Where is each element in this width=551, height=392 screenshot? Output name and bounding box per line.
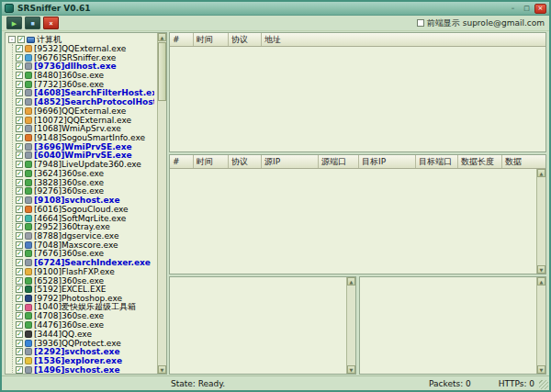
column-header[interactable]: 目标IP (359, 155, 416, 168)
process-checkbox[interactable]: ✓ (16, 179, 23, 186)
tree-item-process[interactable]: ✓ [1536]explorer.exe (16, 356, 154, 365)
process-checkbox[interactable]: ✓ (16, 277, 23, 285)
tree-item-process[interactable]: ✓ [7676]360se.exe (16, 250, 154, 259)
process-checkbox[interactable]: ✓ (16, 215, 23, 222)
tree-item-process[interactable]: ✓ [4664]SoftMgrLite.exe (16, 214, 154, 223)
process-checkbox[interactable]: ✓ (16, 81, 23, 88)
tree-item-process[interactable]: ✓ [2292]svchost.exe (16, 347, 154, 356)
process-checkbox[interactable]: ✓ (16, 45, 23, 52)
tree-root-computer[interactable]: - ✓ 计算机 (8, 35, 154, 44)
resize-grip[interactable] (539, 380, 548, 389)
tree-item-process[interactable]: ✓ [9736]dllhost.exe (16, 62, 154, 71)
column-header[interactable]: 时间 (194, 155, 229, 168)
column-header[interactable]: 地址 (262, 33, 545, 46)
maximize-button[interactable]: □ (521, 4, 533, 14)
process-checkbox[interactable]: ✓ (16, 170, 23, 177)
process-checkbox[interactable]: ✓ (16, 72, 23, 79)
tree-item-process[interactable]: ✓ [10072]QQExternal.exe (16, 116, 154, 125)
process-checkbox[interactable]: ✓ (16, 304, 23, 311)
process-checkbox[interactable]: ✓ (16, 134, 23, 141)
tree-item-process[interactable]: ✓ [7732]360se.exe (16, 80, 154, 89)
scroll-up-icon[interactable]: ▲ (158, 33, 166, 41)
process-checkbox[interactable]: ✓ (16, 206, 23, 213)
tree-item-process[interactable]: ✓ [3828]360se.exe (16, 178, 154, 187)
column-header[interactable]: # (170, 33, 194, 46)
process-checkbox[interactable]: ✓ (16, 348, 23, 355)
tree-item-process[interactable]: ✓ [5192]EXCEL.EXE (16, 285, 154, 294)
close-button[interactable]: × (534, 4, 546, 14)
tree-item-process[interactable]: ✓ [1040]爱快娱乐超级工具箱 (16, 303, 154, 312)
minimize-button[interactable]: – (507, 4, 519, 14)
tree-item-process[interactable]: ✓ [3696]WmiPrvSE.exe (16, 142, 154, 151)
tree-item-process[interactable]: ✓ [1496]svchost.exe (16, 365, 154, 375)
column-header[interactable]: 数据长度 (458, 155, 502, 168)
scroll-down-icon[interactable]: ▼ (537, 265, 545, 274)
column-header[interactable]: 数据 (502, 155, 545, 168)
process-checkbox[interactable]: ✓ (16, 62, 23, 70)
scroll-up-icon[interactable]: ▲ (537, 277, 545, 286)
process-checkbox[interactable]: ✓ (16, 295, 23, 302)
tree-item-process[interactable]: ✓ [9792]Photoshop.exe (16, 294, 154, 303)
tree-item-process[interactable]: ✓ [9696]QQExternal.exe (16, 106, 154, 116)
process-checkbox[interactable]: ✓ (16, 312, 23, 319)
tree-item-process[interactable]: ✓ [6016]SogouCloud.exe (16, 205, 154, 214)
tree-item-process[interactable]: ✓ [4708]360se.exe (16, 312, 154, 321)
column-header[interactable]: # (170, 155, 194, 168)
tree-item-process[interactable]: ✓ [3444]QQ.exe (16, 330, 154, 339)
scroll-thumb[interactable] (158, 42, 166, 101)
process-checkbox[interactable]: ✓ (16, 241, 23, 249)
tree-item-process[interactable]: ✓ [9148]SogouSmartInfo.exe (16, 133, 154, 142)
tree-item-process[interactable]: ✓ [9276]360se.exe (16, 187, 154, 196)
tree-item-process[interactable]: ✓ [6528]360se.exe (16, 276, 154, 286)
tree-item-process[interactable]: ✓ [4608]SearchFilterHost.exe (16, 89, 154, 98)
process-checkbox[interactable]: ✓ (16, 98, 23, 106)
tree-item-process[interactable]: ✓ [9676]SRSniffer.exe (16, 53, 154, 62)
scroll-down-icon[interactable]: ▼ (158, 365, 166, 374)
process-checkbox[interactable]: ✓ (16, 89, 23, 96)
process-checkbox[interactable]: ✓ (16, 250, 23, 257)
column-header[interactable]: 目标端口 (416, 155, 458, 168)
tree-item-process[interactable]: ✓ [9532]QQExternal.exe (16, 44, 154, 53)
process-checkbox[interactable]: ✓ (16, 223, 23, 230)
collapse-icon[interactable]: - (8, 36, 16, 43)
process-checkbox[interactable]: ✓ (16, 321, 23, 329)
scroll-down-icon[interactable]: ▼ (347, 365, 355, 374)
decoded-data-scrollbar[interactable]: ▲ ▼ (536, 277, 545, 374)
process-checkbox[interactable]: ✓ (16, 54, 23, 62)
process-checkbox[interactable]: ✓ (16, 117, 23, 124)
process-checkbox[interactable]: ✓ (16, 286, 23, 293)
column-header[interactable]: 源IP (262, 155, 319, 168)
tree-item-process[interactable]: ✓ [7048]Maxscore.exe (16, 241, 154, 250)
scroll-up-icon[interactable]: ▲ (537, 169, 545, 177)
column-header[interactable]: 协议 (229, 33, 262, 46)
tree-item-process[interactable]: ✓ [7948]LiveUpdate360.exe (16, 160, 154, 169)
process-checkbox[interactable]: ✓ (16, 143, 23, 151)
tree-item-process[interactable]: ✓ [2952]360tray.exe (16, 222, 154, 231)
process-checkbox[interactable]: ✓ (16, 187, 23, 195)
packet-table-scrollbar[interactable]: ▲ ▼ (536, 169, 545, 274)
tree-item-process[interactable]: ✓ [4476]360se.exe (16, 320, 154, 330)
scroll-down-icon[interactable]: ▼ (537, 365, 545, 374)
process-checkbox[interactable]: ✓ (16, 151, 23, 159)
tree-item-process[interactable]: ✓ [4852]SearchProtocolHost.e (16, 97, 154, 106)
tree-item-process[interactable]: ✓ [8788]dgservice.exe (16, 231, 154, 241)
front-display-checkbox[interactable] (417, 19, 424, 27)
clear-button[interactable]: × (43, 17, 59, 29)
root-checkbox[interactable]: ✓ (17, 36, 25, 43)
tree-item-process[interactable]: ✓ [6724]SearchIndexer.exe (16, 258, 154, 267)
tree-item-process[interactable]: ✓ [9100]FlashFXP.exe (16, 267, 154, 276)
process-checkbox[interactable]: ✓ (16, 196, 23, 204)
raw-data-scrollbar[interactable]: ▲ ▼ (346, 277, 355, 374)
tree-item-process[interactable]: ✓ [1068]WmiApSrv.exe (16, 124, 154, 133)
tree-item-process[interactable]: ✓ [9108]svchost.exe (16, 196, 154, 205)
stop-capture-button[interactable]: ■ (25, 17, 40, 29)
process-checkbox[interactable]: ✓ (16, 107, 23, 115)
column-header[interactable]: 源端口 (319, 155, 359, 168)
process-checkbox[interactable]: ✓ (16, 268, 23, 275)
process-checkbox[interactable]: ✓ (16, 357, 23, 364)
tree-item-process[interactable]: ✓ [8480]360se.exe (16, 71, 154, 80)
scroll-up-icon[interactable]: ▲ (347, 277, 355, 286)
tree-item-process[interactable]: ✓ [3936]QQProtect.exe (16, 339, 154, 348)
process-checkbox[interactable]: ✓ (16, 340, 23, 347)
tree-item-process[interactable]: ✓ [3624]360se.exe (16, 169, 154, 178)
